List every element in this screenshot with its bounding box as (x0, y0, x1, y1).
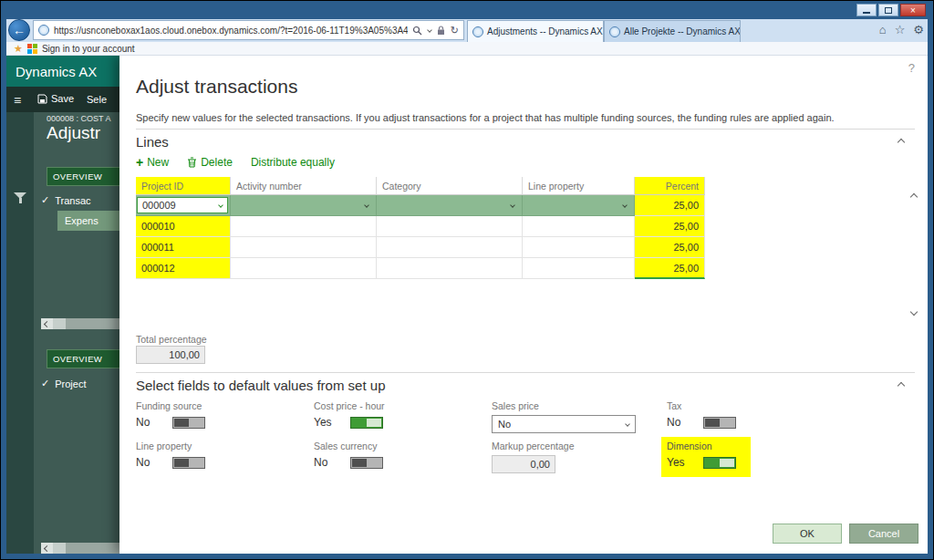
close-button[interactable]: × (900, 4, 926, 16)
maximize-icon (885, 7, 892, 14)
activity-number-cell[interactable] (231, 195, 377, 216)
favorites-icon[interactable]: ☆ (895, 23, 906, 36)
maximize-button[interactable] (878, 4, 898, 16)
record-id: 000008 : COST A (47, 114, 121, 123)
minimize-button[interactable] (856, 4, 877, 16)
project-id-cell[interactable]: 000011 (136, 237, 231, 258)
project-id-cell[interactable]: 000010 (136, 216, 231, 237)
transactions-row[interactable]: ✓ Transac (41, 194, 91, 206)
tab-alle-projekte[interactable]: Alle Projekte -- Dynamics AX (604, 20, 741, 42)
collapse-lines-icon[interactable] (898, 139, 905, 146)
address-bar[interactable]: https://usnconeboxax1aos.cloud.onebox.dy… (33, 20, 464, 40)
delete-button[interactable]: Delete (187, 156, 233, 169)
search-icon[interactable] (412, 26, 422, 36)
chevron-down-icon[interactable] (622, 202, 628, 208)
lines-section-title: Lines (136, 134, 169, 150)
cancel-button[interactable]: Cancel (849, 524, 918, 544)
hamburger-menu-icon[interactable]: ≡ (14, 93, 21, 108)
horizontal-scrollbar-1[interactable] (41, 318, 121, 329)
project-id-cell[interactable]: 000012 (136, 258, 231, 279)
table-row-selected: 000009 25,00 (136, 195, 705, 216)
funding-source-toggle[interactable] (172, 417, 205, 429)
line-property-toggle[interactable] (172, 457, 205, 469)
address-dropdown-icon[interactable] (427, 27, 432, 33)
favorites-link[interactable]: Sign in to your account (42, 44, 135, 54)
category-cell[interactable] (377, 237, 523, 258)
tax-field: Tax No (667, 400, 835, 429)
field-value: No (314, 456, 341, 469)
app-brand: Dynamics AX (6, 56, 119, 87)
funding-source-field: Funding source No (136, 400, 305, 429)
activity-number-cell[interactable] (231, 258, 377, 279)
lines-grid: Project ID Activity number Category Line… (136, 177, 705, 279)
tab-label: Adjustments -- Dynamics AX (487, 26, 603, 36)
scroll-down-icon[interactable] (910, 308, 918, 316)
new-button[interactable]: + New (136, 155, 169, 170)
percent-cell[interactable]: 25,00 (635, 258, 705, 279)
line-property-cell[interactable] (523, 195, 635, 216)
check-icon: ✓ (41, 194, 49, 206)
cost-price-hour-toggle[interactable] (350, 417, 383, 429)
tab-adjustments[interactable]: Adjustments -- Dynamics AX × (467, 20, 604, 42)
project-row[interactable]: ✓ Project (41, 378, 86, 389)
line-property-cell[interactable] (523, 216, 635, 237)
expense-row[interactable]: Expens (57, 211, 121, 231)
browser-window: × ← https://usnconeboxax1aos.cloud.onebo… (0, 0, 934, 560)
ok-button[interactable]: OK (773, 524, 842, 544)
settings-gear-icon[interactable]: ⚙ (913, 23, 924, 36)
column-header-activity-number[interactable]: Activity number (231, 177, 377, 195)
page-header: 000008 : COST A Adjustr (47, 114, 121, 143)
divider (136, 372, 915, 373)
microsoft-logo-icon[interactable] (27, 44, 37, 54)
scrollbar-thumb[interactable] (66, 543, 121, 554)
activity-number-cell[interactable] (231, 237, 377, 258)
percent-cell[interactable]: 25,00 (635, 195, 705, 216)
line-property-cell[interactable] (523, 258, 635, 279)
tab-overview-2[interactable]: OVERVIEW (47, 349, 121, 368)
help-icon[interactable]: ? (908, 61, 915, 75)
filter-funnel-icon[interactable] (14, 192, 26, 203)
lock-icon (437, 26, 445, 36)
tax-toggle[interactable] (703, 417, 736, 429)
horizontal-scrollbar-2[interactable] (41, 543, 121, 554)
home-icon[interactable]: ⌂ (879, 23, 887, 36)
percent-cell[interactable]: 25,00 (635, 237, 705, 258)
field-label: Sales price (492, 400, 660, 411)
category-cell[interactable] (377, 195, 523, 216)
distribute-equally-button[interactable]: Distribute equally (251, 156, 335, 169)
save-button[interactable]: Save (37, 93, 74, 104)
project-id-combobox[interactable]: 000009 (137, 197, 228, 213)
url-text[interactable]: https://usnconeboxax1aos.cloud.onebox.dy… (54, 26, 408, 36)
select-button[interactable]: Sele (87, 94, 107, 105)
minimize-icon (863, 12, 870, 14)
sales-price-select[interactable]: No (492, 415, 636, 433)
back-button[interactable]: ← (8, 19, 30, 41)
vertical-scrollbar[interactable] (908, 194, 920, 315)
scroll-left-icon[interactable] (41, 318, 53, 329)
category-cell[interactable] (377, 216, 523, 237)
column-header-project-id[interactable]: Project ID (136, 177, 231, 195)
dialog-title: Adjust transactions (136, 76, 297, 98)
site-favicon (38, 25, 49, 36)
chevron-down-icon[interactable] (218, 202, 223, 208)
category-cell[interactable] (377, 258, 523, 279)
favorite-star-icon[interactable]: ★ (14, 43, 23, 55)
scrollbar-thumb[interactable] (66, 318, 121, 329)
line-property-cell[interactable] (523, 237, 635, 258)
column-header-percent[interactable]: Percent (635, 177, 705, 195)
scroll-up-icon[interactable] (910, 193, 918, 201)
tab-overview-1[interactable]: OVERVIEW (47, 167, 121, 186)
chevron-down-icon[interactable] (364, 202, 369, 208)
column-header-line-property[interactable]: Line property (523, 177, 635, 195)
activity-number-cell[interactable] (231, 216, 377, 237)
collapse-defaults-icon[interactable] (898, 382, 905, 389)
dimension-toggle[interactable] (703, 457, 736, 469)
percent-cell[interactable]: 25,00 (635, 216, 705, 237)
tab-favicon (472, 26, 483, 37)
distribute-label: Distribute equally (251, 156, 335, 169)
scroll-left-icon[interactable] (41, 543, 53, 554)
column-header-category[interactable]: Category (377, 177, 523, 195)
chevron-down-icon[interactable] (510, 202, 515, 208)
refresh-icon[interactable]: ↻ (451, 25, 459, 36)
sales-currency-toggle[interactable] (350, 457, 383, 469)
